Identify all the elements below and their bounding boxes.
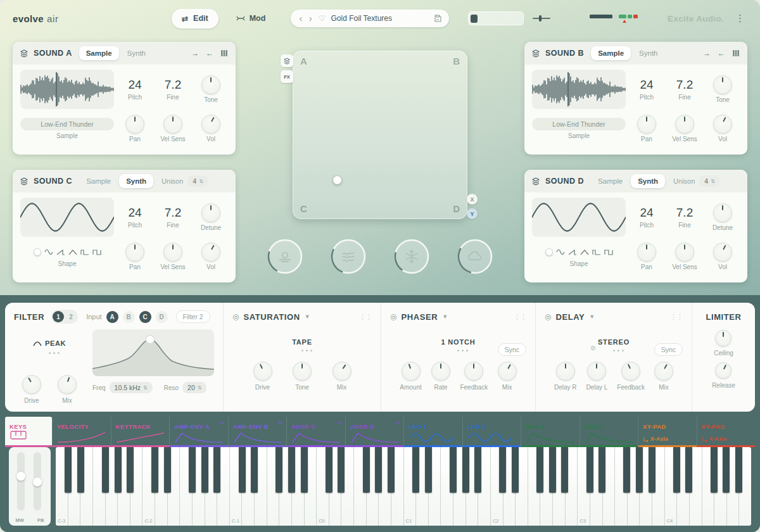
black-key[interactable] [711,447,718,493]
drag-handle-icon[interactable]: ⋮⋮ [359,313,372,321]
mod-tab-env-2[interactable]: ENV 2 [580,417,638,447]
phaser-rate-knob[interactable] [431,362,450,381]
black-key[interactable] [276,447,282,493]
mod-wheel-handle[interactable] [16,472,25,481]
filter-1-toggle[interactable]: 1 [53,311,64,322]
x-axis-toggle[interactable]: X [467,194,478,205]
route-right-icon[interactable]: → [190,49,200,58]
vol-knob[interactable] [201,115,220,134]
mod-tab-env-1[interactable]: ENV 1 [521,417,580,447]
layers-icon[interactable] [531,177,541,186]
shape-selector[interactable] [545,246,613,258]
shape-saw-icon[interactable] [56,249,65,255]
ceiling-knob[interactable] [715,330,732,346]
mod-tab-xy-pad-11[interactable]: XY-PADX-Axis [638,417,697,447]
black-key[interactable] [164,447,171,493]
black-key[interactable] [363,447,370,493]
filter-mode[interactable]: PEAK [33,339,66,347]
mod-tab-keys[interactable]: KEYS [5,417,52,447]
phaser-mix-knob[interactable] [498,362,517,381]
black-key[interactable] [536,447,543,493]
black-key[interactable] [649,447,656,493]
pitch-bend-wheel[interactable] [34,452,41,510]
fine-value[interactable]: 7.2 [165,78,181,92]
black-key[interactable] [549,447,556,493]
mod-tab-lfo-1[interactable]: LFO 1 [403,417,462,447]
black-key[interactable] [512,447,519,493]
pan-knob[interactable] [125,243,144,262]
xy-cursor[interactable] [333,176,341,184]
tab-sample[interactable]: Sample [79,174,118,188]
shape-slider-handle[interactable] [545,248,553,256]
shape-pulse-icon[interactable] [80,249,89,255]
y-axis-toggle[interactable]: Y [467,208,478,219]
delay-r-knob[interactable] [556,362,575,381]
mod-tab-adsr-d[interactable]: ADSR D∞ [345,417,404,447]
vel-sens-knob[interactable] [163,115,182,134]
input-a-button[interactable]: A [106,311,118,323]
black-key[interactable] [499,447,506,493]
sat-mix-knob[interactable] [332,362,352,381]
shape-triangle-icon[interactable] [580,249,589,255]
mod-tab-keytrack[interactable]: KEYTRACK [111,417,170,447]
mod-tab-xy-pad-12[interactable]: XY-PADX-Axis [697,417,756,447]
input-c-button[interactable]: C [139,311,151,323]
tab-sample[interactable]: Sample [591,174,630,188]
detune-knob[interactable] [201,203,220,222]
filter-curve-display[interactable] [92,329,214,376]
mod-tab-adsr-c[interactable]: ADSR C∞ [286,417,345,447]
black-key[interactable] [450,447,457,493]
black-key[interactable] [425,447,432,493]
pitch-value[interactable]: 24 [640,78,653,92]
black-key[interactable] [189,447,196,493]
synth-waveform-display[interactable] [20,198,114,237]
pitch-value[interactable]: 24 [128,78,141,92]
shape-selector[interactable] [34,246,101,258]
macro-knob-air[interactable] [457,238,493,275]
route-right-icon[interactable]: → [702,49,712,58]
macro-knob-texture[interactable] [330,238,367,275]
mod-tab-amp-env-a[interactable]: AMP-ENV A∞ [169,417,228,447]
black-key[interactable] [65,447,72,493]
shape-slider-handle[interactable] [34,248,41,256]
unlink-icon[interactable]: ⊘ [590,345,595,352]
shape-sine-icon[interactable] [44,249,53,255]
sat-drive-knob[interactable] [253,362,272,381]
tab-synth[interactable]: Synth [631,174,665,188]
fine-value[interactable]: 7.2 [676,206,693,220]
mini-display[interactable] [468,11,524,25]
black-key[interactable] [77,447,84,493]
black-key[interactable] [201,447,208,493]
input-d-button[interactable]: D [156,311,168,323]
filter-mix-knob[interactable] [58,375,77,394]
black-key[interactable] [375,447,382,493]
mod-tab-lfo-2[interactable]: LFO 2 [462,417,521,447]
black-key[interactable] [636,447,643,493]
vol-knob[interactable] [713,115,732,134]
input-b-button[interactable]: B [123,311,135,323]
chevron-down-icon[interactable]: ▼ [305,314,310,320]
macro-knob-atmosphere[interactable] [267,238,303,275]
mini-slider[interactable] [533,14,550,23]
fine-value[interactable]: 7.2 [165,206,181,220]
black-key[interactable] [151,447,158,493]
shape-saw-icon[interactable] [568,249,577,255]
preset-name[interactable]: Gold Foil Textures [331,14,428,23]
mod-button[interactable]: Mod [232,13,270,23]
sample-waveform-display[interactable] [532,70,626,109]
reso-select[interactable]: 20⇅ [182,382,206,393]
filter-select-switch[interactable]: 1 2 [51,310,78,324]
fine-value[interactable]: 7.2 [676,78,693,92]
mod-wheel[interactable] [17,452,25,510]
black-key[interactable] [115,447,122,493]
edit-button[interactable]: ⇄ Edit [172,9,218,28]
pan-knob[interactable] [637,243,656,262]
shape-square-icon[interactable] [92,249,101,255]
black-key[interactable] [685,447,692,493]
vel-sens-knob[interactable] [163,243,182,262]
route-left-icon[interactable]: ← [205,49,215,58]
layers-icon[interactable] [19,49,29,58]
black-key[interactable] [735,447,742,493]
black-key[interactable] [288,447,295,493]
freq-select[interactable]: 10.5 kHz⇅ [110,382,153,393]
